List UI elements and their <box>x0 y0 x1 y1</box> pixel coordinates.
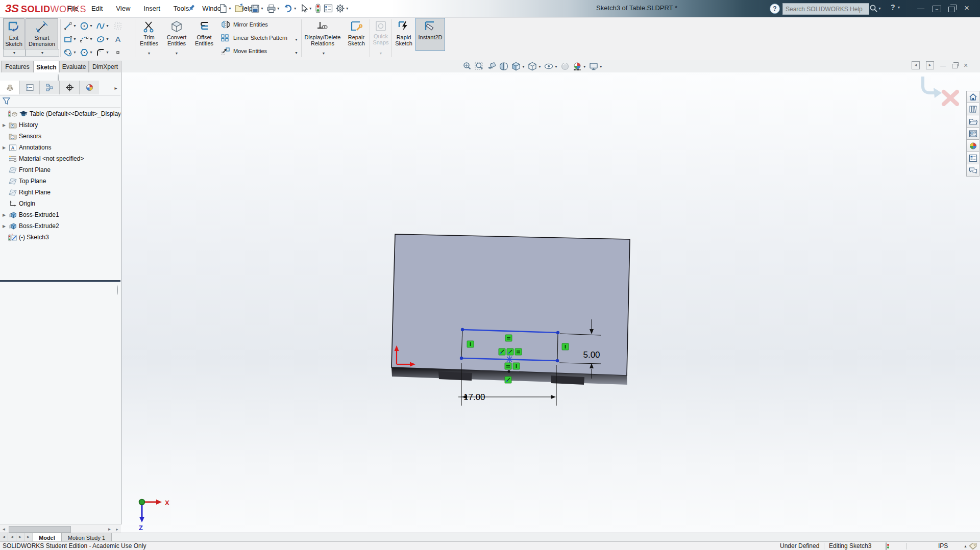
file-explorer-tab[interactable] <box>966 115 979 128</box>
panel-horizontal-scrollbar[interactable]: ◄ ► ▸ <box>0 524 121 533</box>
doc-restore-button[interactable] <box>952 64 958 68</box>
caret-down-icon[interactable]: ▼ <box>73 51 77 54</box>
tab-features[interactable]: Features <box>1 61 34 72</box>
arc-tool-button[interactable]: ▼ <box>80 33 93 45</box>
tree-item-top-plane[interactable]: Top Plane <box>0 176 120 187</box>
custom-properties-tab[interactable] <box>966 152 979 164</box>
caret-down-icon[interactable]: ▼ <box>554 65 558 68</box>
select-cursor-button[interactable]: ▼ <box>299 4 313 14</box>
rollback-bar[interactable] <box>0 280 120 282</box>
apply-scene-button[interactable]: ▼ <box>572 61 586 71</box>
caret-down-icon[interactable]: ▼ <box>309 7 312 10</box>
caret-down-icon[interactable]: ▼ <box>89 24 93 28</box>
expand-arrow-icon[interactable]: ▶ <box>0 123 8 128</box>
filter-funnel-icon[interactable] <box>2 97 11 106</box>
tree-item-boss-extrude1[interactable]: ▶ Boss-Extrude1 <box>0 209 120 220</box>
move-entities-button[interactable]: Move Entities <box>220 47 267 55</box>
expand-arrow-icon[interactable]: ▶ <box>0 213 8 217</box>
view-settings-button[interactable]: ▼ <box>589 61 603 71</box>
help-search-box[interactable] <box>782 3 869 15</box>
expand-arrow-icon[interactable]: ▶ <box>0 145 8 150</box>
panel-width-handle[interactable] <box>117 286 118 295</box>
tab-configurationmanager[interactable] <box>40 81 60 94</box>
help-search-input[interactable] <box>783 6 869 13</box>
trim-entities-flyout[interactable]: ▼ <box>142 50 156 57</box>
tab-evaluate[interactable]: Evaluate <box>59 61 89 72</box>
display-states-button[interactable] <box>314 3 322 14</box>
close-button[interactable]: × <box>962 3 971 14</box>
new-document-button[interactable]: ▼ <box>218 3 232 14</box>
tab-propertymanager[interactable] <box>20 81 40 94</box>
exit-sketch-flyout[interactable]: ▼ <box>3 49 26 57</box>
last-tab-button[interactable]: ► <box>24 533 33 542</box>
point-tool-button[interactable] <box>113 46 127 59</box>
scroll-thumb[interactable] <box>9 526 71 533</box>
menu-edit[interactable]: Edit <box>90 4 104 13</box>
tree-item-material[interactable]: Material <not specified> <box>0 153 120 164</box>
edit-appearance-button[interactable] <box>560 61 570 71</box>
dimension-width-value[interactable]: 17.00 <box>463 392 485 402</box>
rapid-sketch-button[interactable]: Rapid Sketch <box>393 18 414 46</box>
units-selector[interactable]: IPS <box>938 542 948 549</box>
next-tab-button[interactable]: ► <box>16 533 24 542</box>
circle-tool-button[interactable]: ▼ <box>80 19 93 32</box>
pin-menu-icon[interactable] <box>187 4 196 13</box>
caret-down-icon[interactable]: ▼ <box>89 37 93 41</box>
caret-down-icon[interactable]: ▼ <box>522 65 525 68</box>
mirror-entities-button[interactable]: Mirror Entities <box>220 20 268 29</box>
caret-down-icon[interactable]: ▼ <box>538 65 542 68</box>
convert-entities-button[interactable]: Convert Entities <box>163 18 190 46</box>
previous-view-button[interactable] <box>486 61 497 71</box>
collapse-pane-right-button[interactable]: ▸ <box>926 61 934 69</box>
print-button[interactable]: ▼ <box>266 4 281 14</box>
caret-down-icon[interactable]: ▼ <box>293 7 297 10</box>
menu-view[interactable]: View <box>115 4 131 13</box>
scroll-left-button[interactable]: ◄ <box>0 526 8 533</box>
display-delete-relations-button[interactable]: Display/Delete Relations <box>303 18 342 46</box>
caret-down-icon[interactable]: ▼ <box>73 37 77 41</box>
line-tool-button[interactable]: ▼ <box>63 19 77 32</box>
linear-sketch-pattern-button[interactable]: Linear Sketch Pattern <box>220 34 287 42</box>
offset-entities-button[interactable]: Offset Entities <box>192 18 216 46</box>
panel-expand-arrow[interactable]: ▸ <box>111 81 120 95</box>
view-palette-tab[interactable] <box>966 128 979 140</box>
fillet-tool-button[interactable]: ×▼ <box>96 46 110 59</box>
doc-minimize-button[interactable]: — <box>940 62 946 68</box>
graphics-area[interactable]: 5.00 17.00 <box>121 72 980 533</box>
tag-icon[interactable] <box>969 542 977 549</box>
display-delete-flyout[interactable]: ▼ <box>316 50 331 57</box>
display-state-icon[interactable] <box>886 543 887 550</box>
search-submit-button[interactable]: ▼ <box>869 3 883 14</box>
tab-sketch[interactable]: Sketch <box>34 61 59 73</box>
forum-tab[interactable] <box>966 164 979 177</box>
zoom-to-fit-button[interactable] <box>462 61 472 71</box>
slot-tool-button[interactable]: ▼ <box>63 46 77 59</box>
tab-dimxpert[interactable]: DimXpert <box>89 61 121 72</box>
tree-item-history[interactable]: ▶ History <box>0 119 120 131</box>
save-button[interactable]: ▼ <box>250 4 264 14</box>
tree-item-sensors[interactable]: Sensors <box>0 131 120 142</box>
text-tool-button[interactable]: A <box>113 33 127 45</box>
open-button[interactable]: ▼ <box>234 3 249 14</box>
caret-down-icon[interactable]: ▼ <box>106 51 109 54</box>
dimension-height-value[interactable]: 5.00 <box>583 350 600 360</box>
trim-entities-button[interactable]: Trim Entities <box>137 18 161 46</box>
scroll-right-button[interactable]: ► <box>106 526 113 533</box>
help-menu-button[interactable]: ?▼ <box>891 3 901 11</box>
minimize-button[interactable]: — <box>916 3 925 14</box>
caret-down-icon[interactable]: ▼ <box>583 65 586 68</box>
units-caret-icon[interactable]: ▲ <box>964 544 967 548</box>
tree-item-front-plane[interactable]: Front Plane <box>0 164 120 176</box>
zoom-to-area-button[interactable] <box>474 61 484 71</box>
dock-window-button[interactable]: ↔ <box>933 6 941 12</box>
tree-item-annotations[interactable]: ▶ A Annotations <box>0 142 120 153</box>
tree-item-part[interactable]: Table (Default<<Default>_Display <box>0 108 120 119</box>
collapse-pane-left-button[interactable]: ◂ <box>912 61 920 69</box>
tab-motion-study-1[interactable]: Motion Study 1 <box>62 533 112 542</box>
part-face[interactable] <box>391 234 630 385</box>
move-entities-caret-icon[interactable]: ▼ <box>295 51 298 55</box>
caret-down-icon[interactable]: ▼ <box>878 7 881 10</box>
expand-arrow-icon[interactable]: ▶ <box>0 224 8 229</box>
ellipse-tool-button[interactable]: ▼ <box>96 33 110 45</box>
tree-item-sketch3[interactable]: (-) Sketch3 <box>0 232 120 243</box>
